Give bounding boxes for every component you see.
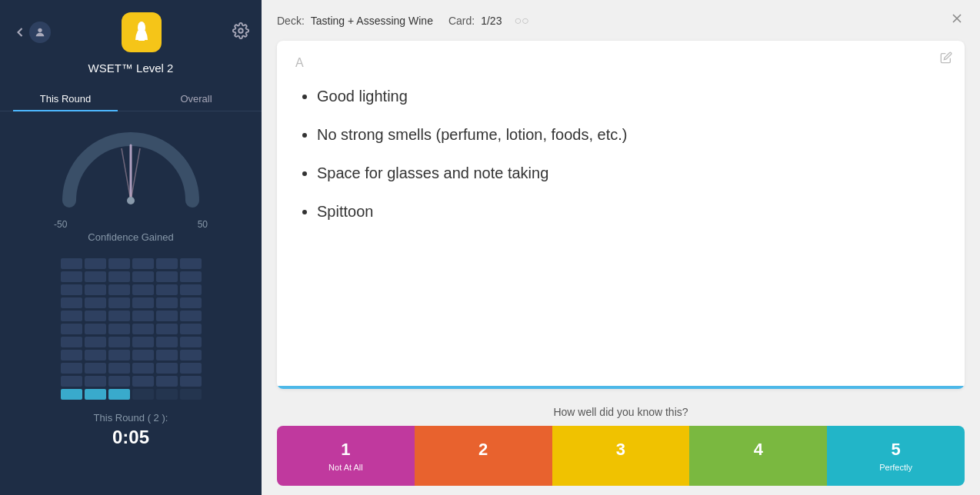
gauge-min: -50 xyxy=(54,219,67,230)
svg-line-7 xyxy=(122,148,131,201)
gauge-labels: -50 50 xyxy=(54,219,208,230)
svg-point-8 xyxy=(127,197,135,204)
back-button[interactable] xyxy=(12,22,51,43)
list-item: No strong smells (perfume, lotion, foods… xyxy=(317,124,946,145)
card-bottom-accent xyxy=(277,386,965,389)
confidence-label: Confidence Gained xyxy=(88,231,173,243)
rating-num-3: 3 xyxy=(616,440,625,460)
rating-button-3[interactable]: 3 xyxy=(552,426,690,486)
settings-button[interactable] xyxy=(232,22,249,43)
card-label: Card: xyxy=(448,15,475,27)
card-area: A Good lighting No strong smells (perfum… xyxy=(262,41,980,398)
flashcard: A Good lighting No strong smells (perfum… xyxy=(277,41,965,389)
svg-point-4 xyxy=(238,28,243,33)
sidebar: WSET™ Level 2 This Round Overall -50 50 … xyxy=(0,0,262,495)
close-button[interactable] xyxy=(949,11,965,30)
rating-label-1: Not At All xyxy=(328,463,363,472)
rating-section: How well did you know this? 1 Not At All… xyxy=(262,398,980,495)
sidebar-top-row xyxy=(0,12,262,61)
app-title: WSET™ Level 2 xyxy=(88,61,174,75)
card-type-indicator: A xyxy=(295,56,946,70)
list-item: Good lighting xyxy=(317,85,946,107)
list-item: Space for glasses and note taking xyxy=(317,162,946,184)
tab-overall[interactable]: Overall xyxy=(131,87,262,111)
rating-num-1: 1 xyxy=(341,440,350,460)
round-timer: 0:05 xyxy=(112,427,149,448)
rating-button-5[interactable]: 5 Perfectly xyxy=(827,426,965,486)
deck-name: Tasting + Assessing Wine xyxy=(311,15,433,27)
rating-num-4: 4 xyxy=(754,440,763,460)
card-inner: A Good lighting No strong smells (perfum… xyxy=(277,41,965,386)
rating-num-2: 2 xyxy=(478,440,488,460)
main-content: Deck: Tasting + Assessing Wine Card: 1/2… xyxy=(262,0,980,495)
rating-button-1[interactable]: 1 Not At All xyxy=(277,426,415,486)
svg-line-6 xyxy=(131,148,140,201)
card-content: Good lighting No strong smells (perfume,… xyxy=(295,85,946,374)
rating-label-5: Perfectly xyxy=(879,463,912,472)
gauge-max: 50 xyxy=(198,219,208,230)
stack-bars xyxy=(61,258,202,400)
top-bar: Deck: Tasting + Assessing Wine Card: 1/2… xyxy=(262,0,980,41)
deck-label: Deck: xyxy=(277,15,305,27)
tabs-row: This Round Overall xyxy=(0,87,262,111)
svg-point-0 xyxy=(38,28,42,32)
list-item: Spittoon xyxy=(317,201,946,222)
card-num: 1/23 xyxy=(481,15,502,27)
rating-button-2[interactable]: 2 xyxy=(415,426,552,486)
rating-question: How well did you know this? xyxy=(277,406,965,418)
rating-button-4[interactable]: 4 xyxy=(689,426,827,486)
bullet-list: Good lighting No strong smells (perfume,… xyxy=(295,85,946,222)
tab-this-round[interactable]: This Round xyxy=(0,87,131,111)
app-logo xyxy=(122,12,162,52)
card-icons: ○○ xyxy=(514,14,528,28)
edit-button[interactable] xyxy=(940,51,952,67)
rating-buttons: 1 Not At All 2 3 4 5 Perfectly xyxy=(277,426,965,486)
round-info: This Round ( 2 ): xyxy=(94,412,168,424)
rating-num-5: 5 xyxy=(891,440,900,460)
gauge xyxy=(54,124,208,216)
